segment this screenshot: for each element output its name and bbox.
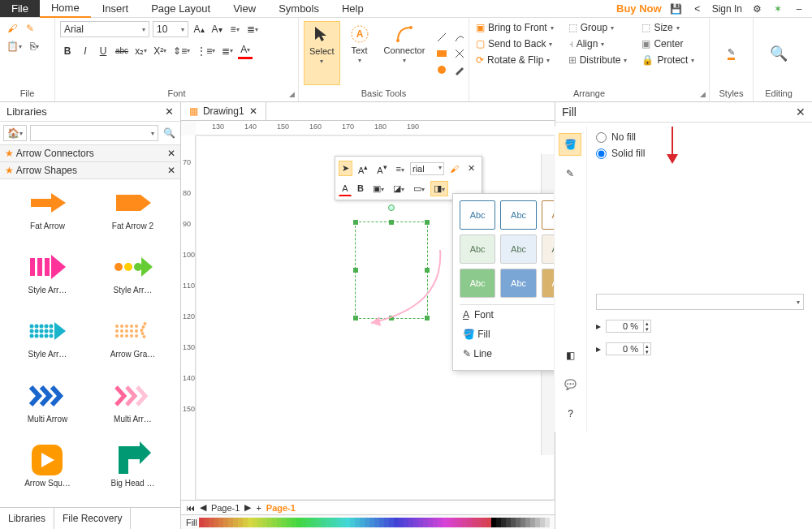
format-painter-icon[interactable]: 🖌 (5, 21, 19, 36)
canvas[interactable]: ➤ A▴ A▾ ≡▾ rial▾ 🖌 ✕ A B ▣▾ ◪▾ ▭▾ (196, 135, 555, 500)
rotate-flip-button[interactable]: ⟳Rotate & Flip▾ (474, 54, 555, 67)
section-arrow-connectors[interactable]: ★ Arrow Connectors ✕ (0, 145, 180, 162)
shape-item[interactable]: Big Head … (92, 443, 174, 501)
bring-to-front-button[interactable]: ▣Bring to Front▾ (474, 21, 555, 34)
resize-handle[interactable] (353, 220, 358, 225)
share-icon[interactable]: < (691, 2, 704, 15)
menu-symbols[interactable]: Symbols (267, 0, 330, 17)
cross-shape-icon[interactable] (452, 46, 467, 61)
shape-item[interactable]: Arrow Gra… (92, 314, 174, 372)
pct-input-2[interactable]: 0 %▴▾ (606, 342, 651, 355)
shape-item[interactable]: Fat Arrow 2 (92, 186, 174, 243)
library-search-icon[interactable]: 🔍 (162, 125, 177, 141)
decrease-font-icon[interactable]: A▾ (209, 22, 224, 37)
mini-font-color-icon[interactable]: A (339, 181, 352, 196)
shape-item[interactable]: Arrow Squ… (6, 443, 89, 501)
mini-close-icon[interactable]: ✕ (464, 161, 478, 176)
file-menu[interactable]: File (0, 0, 40, 17)
menu-view[interactable]: View (222, 0, 267, 17)
pct-input-1[interactable]: 0 %▴▾ (606, 320, 651, 333)
shadow-tool-icon[interactable]: ◧ (559, 344, 581, 367)
library-search-input[interactable]: ▾ (30, 125, 158, 141)
circle-shape-icon[interactable] (434, 62, 449, 77)
copy-icon[interactable]: ⎘▾ (27, 39, 41, 54)
popup-line-item[interactable]: ✎ Line▸ (460, 344, 555, 363)
style-swatch[interactable]: Abc (500, 234, 536, 264)
menu-help[interactable]: Help (330, 0, 375, 17)
save-icon[interactable]: 💾 (670, 2, 683, 15)
resize-handle[interactable] (353, 268, 358, 273)
page-first-icon[interactable]: ⏮ (186, 503, 195, 513)
mini-style-icon[interactable]: ◨▾ (430, 181, 448, 196)
mini-bold-icon[interactable]: B (354, 181, 367, 196)
font-color-icon[interactable]: A▾ (238, 42, 253, 59)
help-tool-icon[interactable]: ? (559, 402, 581, 425)
size-button[interactable]: ⬚Size▾ (640, 21, 696, 34)
shape-item[interactable]: Style Arr… (92, 250, 174, 308)
menu-insert[interactable]: Insert (91, 0, 140, 17)
menu-page-layout[interactable]: Page Layout (140, 0, 222, 17)
select-tool[interactable]: Select▾ (304, 21, 340, 85)
tab-file-recovery[interactable]: File Recovery (54, 508, 131, 529)
buy-now-link[interactable]: Buy Now (616, 2, 662, 15)
style-swatch[interactable]: Abc (460, 200, 495, 230)
arrange-group-expand-icon[interactable]: ◢ (700, 90, 706, 98)
superscript-icon[interactable]: X²▾ (152, 44, 168, 58)
popup-fill-item[interactable]: 🪣 Fill▸ (460, 325, 555, 344)
library-home-button[interactable]: 🏠▾ (3, 125, 27, 141)
editing-button[interactable]: 🔍 (765, 41, 793, 66)
text-tool[interactable]: A Text▾ (345, 21, 374, 85)
close-section-icon[interactable]: ✕ (167, 148, 175, 159)
indent-icon[interactable]: ≣▾ (220, 44, 235, 58)
align-button[interactable]: ⫞Align▾ (567, 37, 629, 50)
gear-icon[interactable]: ⚙ (750, 2, 763, 15)
bold-button[interactable]: B (60, 44, 75, 58)
minimize-icon[interactable]: – (793, 2, 806, 15)
underline-button[interactable]: U (96, 44, 110, 58)
close-fill-panel-icon[interactable]: ✕ (796, 105, 806, 118)
group-button[interactable]: ⬚Group▾ (567, 21, 629, 34)
mini-brush-icon[interactable]: 🖌 (447, 161, 462, 176)
mini-fill-icon[interactable]: ◪▾ (390, 181, 408, 196)
strike-button[interactable]: abc (114, 44, 130, 58)
italic-button[interactable]: I (78, 44, 93, 58)
page-add-icon[interactable]: + (256, 503, 261, 513)
close-panel-icon[interactable]: ✕ (165, 105, 174, 118)
style-swatch[interactable]: Abc (460, 269, 495, 298)
color-strip[interactable] (199, 518, 550, 527)
line-tool-icon[interactable]: ✎ (559, 162, 581, 185)
protect-button[interactable]: 🔒Protect▾ (640, 54, 696, 67)
comment-tool-icon[interactable]: 💬 (559, 373, 581, 396)
fill-tool-icon[interactable]: 🪣 (559, 133, 581, 156)
shape-item[interactable]: Style Arr… (6, 314, 89, 372)
expand-icon[interactable]: ▸ (596, 343, 601, 355)
resize-handle[interactable] (389, 220, 394, 225)
style-swatch[interactable]: Abc (460, 234, 495, 264)
page-next-icon[interactable]: ▶ (244, 502, 251, 513)
page-tab-1[interactable]: Page-1 (211, 503, 240, 513)
resize-handle[interactable] (353, 316, 358, 320)
align-icon[interactable]: ≡▾ (227, 22, 242, 37)
font-group-expand-icon[interactable]: ◢ (289, 90, 295, 98)
line-spacing-icon[interactable]: ⇕≡▾ (171, 44, 192, 58)
font-size-select[interactable]: 10▾ (153, 21, 188, 37)
document-tab[interactable]: ▦ Drawing1 ✕ (181, 102, 266, 120)
send-to-back-button[interactable]: ▢Send to Back▾ (474, 37, 555, 50)
bullets-icon[interactable]: ⋮≡▾ (195, 44, 217, 58)
styles-button[interactable]: ✎ (723, 44, 740, 63)
section-arrow-shapes[interactable]: ★ Arrow Shapes ✕ (0, 162, 180, 179)
sign-in-link[interactable]: Sign In (712, 3, 742, 15)
mini-align-icon[interactable]: ≡▾ (393, 161, 408, 176)
style-swatch[interactable]: Abc (542, 269, 555, 298)
paste-icon[interactable]: 📋▾ (5, 39, 24, 54)
mini-cursor-icon[interactable]: ➤ (339, 161, 352, 176)
shape-item[interactable]: Style Arr… (6, 250, 89, 308)
rotation-handle[interactable] (388, 204, 395, 211)
expand-icon[interactable]: ▸ (596, 320, 601, 332)
brush-icon[interactable]: ✎ (23, 21, 37, 36)
style-swatch[interactable]: Abc (542, 234, 555, 264)
font-family-select[interactable]: Arial▾ (60, 21, 149, 37)
connector-tool[interactable]: Connector▾ (379, 21, 430, 85)
style-swatch[interactable]: Abc (542, 200, 555, 230)
pencil-shape-icon[interactable] (452, 62, 467, 77)
